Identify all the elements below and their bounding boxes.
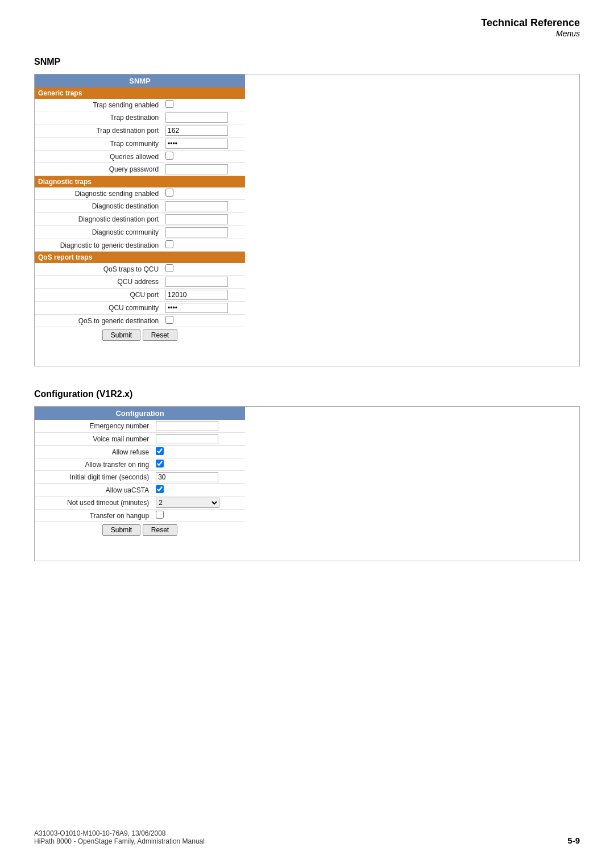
field-control[interactable] <box>154 446 245 458</box>
checkbox-input[interactable] <box>165 152 173 160</box>
button-row: Submit Reset <box>35 522 245 539</box>
field-control[interactable] <box>163 226 245 239</box>
group-header-cell: Diagnostic traps <box>35 176 245 188</box>
text-input[interactable] <box>165 290 228 300</box>
table-row: Diagnostic destination port <box>35 213 245 226</box>
field-label: Trap destination port <box>35 124 163 137</box>
reset-button[interactable]: Reset <box>143 329 177 341</box>
select-input[interactable]: 12345 <box>156 498 219 508</box>
field-label: Emergency number <box>35 420 154 433</box>
text-input[interactable] <box>165 126 228 136</box>
field-control[interactable] <box>163 276 245 289</box>
field-label: Voice mail number <box>35 433 154 446</box>
field-label: QCU port <box>35 289 163 302</box>
text-input[interactable] <box>156 434 218 444</box>
field-control[interactable] <box>163 99 245 111</box>
field-label: Allow uaCSTA <box>35 484 154 496</box>
checkbox-input[interactable] <box>156 460 164 468</box>
field-label: Trap sending enabled <box>35 99 163 111</box>
field-control[interactable] <box>154 484 245 496</box>
footer-page: 5-9 <box>567 836 580 845</box>
config-table-header: Configuration <box>35 407 245 420</box>
table-row: QoS to generic destination <box>35 315 245 327</box>
header-subtitle: Menus <box>481 29 580 38</box>
snmp-table-wrapper: SNMP Generic trapsTrap sending enabledTr… <box>34 74 580 366</box>
field-control[interactable] <box>163 137 245 151</box>
field-label: QCU community <box>35 302 163 315</box>
checkbox-input[interactable] <box>165 189 173 197</box>
text-input[interactable] <box>156 421 218 431</box>
field-label: Queries allowed <box>35 151 163 163</box>
table-row: Trap destination <box>35 111 245 124</box>
field-control[interactable] <box>163 213 245 226</box>
field-control[interactable] <box>163 200 245 213</box>
field-control[interactable] <box>163 163 245 176</box>
footer-doc-id: A31003-O1010-M100-10-76A9, 13/06/2008 <box>34 829 205 837</box>
text-input[interactable] <box>156 472 218 482</box>
field-control[interactable] <box>163 151 245 163</box>
checkbox-input[interactable] <box>165 264 173 272</box>
table-row: Allow transfer on ring <box>35 458 245 471</box>
table-row: Query password <box>35 163 245 176</box>
field-control[interactable] <box>154 471 245 484</box>
field-control[interactable] <box>163 263 245 276</box>
field-label: QoS to generic destination <box>35 315 163 327</box>
field-control[interactable] <box>154 510 245 522</box>
text-input[interactable] <box>165 303 228 313</box>
text-input[interactable] <box>165 277 228 287</box>
table-row: QoS traps to QCU <box>35 263 245 276</box>
checkbox-input[interactable] <box>165 316 173 324</box>
field-label: Diagnostic destination port <box>35 213 163 226</box>
field-control[interactable] <box>163 302 245 315</box>
field-label: Trap community <box>35 137 163 151</box>
snmp-table-header: SNMP <box>35 74 245 87</box>
table-row: Initial digit timer (seconds) <box>35 471 245 484</box>
table-row: QCU address <box>35 276 245 289</box>
field-label: Query password <box>35 163 163 176</box>
submit-button[interactable]: Submit <box>102 524 140 536</box>
field-control[interactable] <box>163 289 245 302</box>
field-label: Diagnostic sending enabled <box>35 187 163 200</box>
footer-doc-name: HiPath 8000 - OpenStage Family, Administ… <box>34 837 205 845</box>
checkbox-input[interactable] <box>156 511 164 519</box>
footer: A31003-O1010-M100-10-76A9, 13/06/2008 Hi… <box>34 829 205 845</box>
group-header-cell: Generic traps <box>35 87 245 99</box>
table-row: QCU community <box>35 302 245 315</box>
text-input[interactable] <box>165 227 228 237</box>
field-control[interactable] <box>154 420 245 433</box>
field-control[interactable] <box>163 239 245 252</box>
text-input[interactable] <box>165 139 228 149</box>
checkbox-input[interactable] <box>156 485 164 493</box>
submit-button[interactable]: Submit <box>102 329 140 341</box>
field-control[interactable] <box>154 433 245 446</box>
reset-button[interactable]: Reset <box>143 524 177 536</box>
checkbox-input[interactable] <box>165 100 173 108</box>
config-table-wrapper: Configuration Emergency numberVoice mail… <box>34 406 580 561</box>
table-row: Trap destination port <box>35 124 245 137</box>
config-section: Configuration (V1R2.x) Configuration Eme… <box>34 389 580 561</box>
field-label: Diagnostic to generic destination <box>35 239 163 252</box>
field-label: Allow transfer on ring <box>35 458 154 471</box>
config-section-title: Configuration (V1R2.x) <box>34 389 580 399</box>
field-control[interactable]: 12345 <box>154 496 245 510</box>
table-row: Trap sending enabled <box>35 99 245 111</box>
snmp-table: SNMP Generic trapsTrap sending enabledTr… <box>35 74 245 343</box>
text-input[interactable] <box>165 164 228 174</box>
table-row: Emergency number <box>35 420 245 433</box>
field-control[interactable] <box>163 111 245 124</box>
group-header-row: Diagnostic traps <box>35 176 245 188</box>
field-control[interactable] <box>163 187 245 200</box>
table-row: Not used timeout (minutes)12345 <box>35 496 245 510</box>
field-control[interactable] <box>163 124 245 137</box>
field-control[interactable] <box>154 458 245 471</box>
header-title: Technical Reference <box>481 17 580 29</box>
text-input[interactable] <box>165 112 228 123</box>
field-label: Allow refuse <box>35 446 154 458</box>
table-row: Diagnostic to generic destination <box>35 239 245 252</box>
checkbox-input[interactable] <box>165 240 173 248</box>
text-input[interactable] <box>165 214 228 224</box>
field-control[interactable] <box>163 315 245 327</box>
text-input[interactable] <box>165 201 228 211</box>
table-row: QCU port <box>35 289 245 302</box>
checkbox-input[interactable] <box>156 447 164 455</box>
